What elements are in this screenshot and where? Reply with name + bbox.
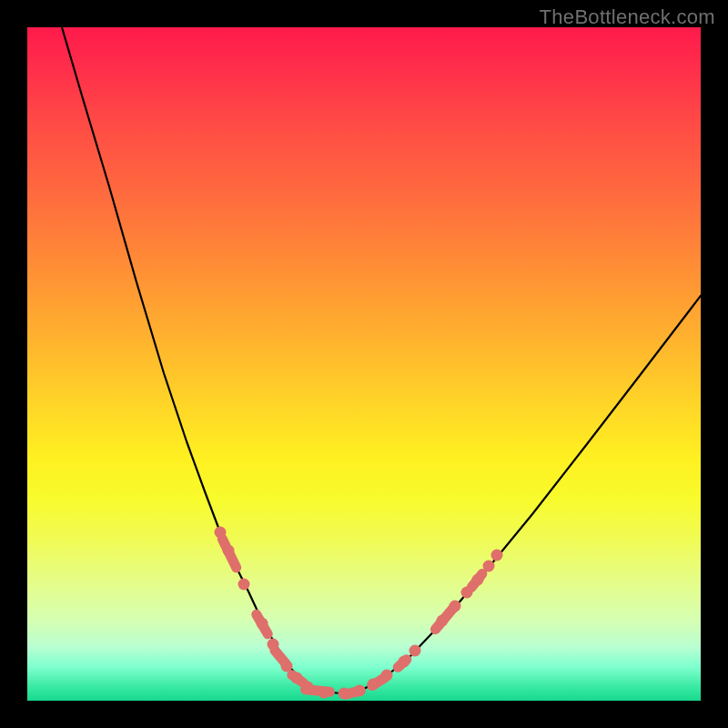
app-frame: TheBottleneck.com (0, 0, 728, 728)
marker-dot (368, 679, 379, 691)
marker-dot (437, 615, 449, 627)
watermark-text: TheBottleneck.com (540, 5, 715, 29)
marker-dot (291, 672, 303, 684)
plot-area (27, 27, 701, 701)
marker-dot (215, 527, 227, 539)
marker-dot (410, 645, 421, 657)
chart-svg (27, 27, 701, 701)
marker-dot (318, 687, 330, 699)
marker-dot (381, 670, 393, 682)
marker-dot (399, 656, 410, 668)
marker-dot (302, 682, 314, 693)
marker-dot (450, 601, 461, 612)
marker-dot (257, 618, 268, 630)
marker-dot (483, 561, 495, 572)
marker-dot (281, 661, 293, 672)
marker-dot (223, 545, 235, 557)
marker-dot (339, 688, 350, 700)
marker-dot (354, 685, 366, 697)
marker-dot (472, 574, 484, 586)
marker-dot (238, 579, 250, 591)
marker-layer (215, 527, 503, 701)
marker-dot (491, 550, 503, 561)
marker-dot (268, 639, 279, 651)
marker-dot (461, 587, 473, 599)
v-curve-line (62, 27, 701, 693)
